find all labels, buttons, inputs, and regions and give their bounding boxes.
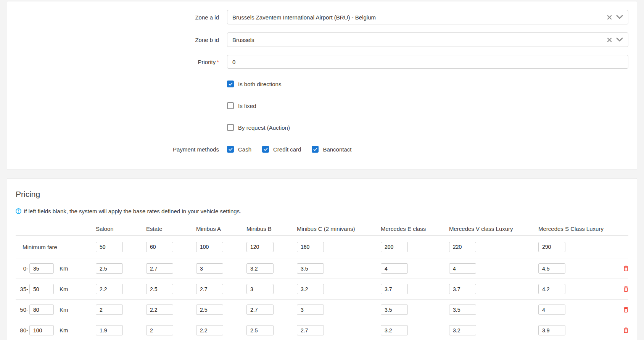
rate-input[interactable] [146, 284, 173, 294]
rate-input[interactable] [381, 263, 408, 274]
rate-input[interactable] [246, 284, 274, 294]
pricing-info-line: ! If left fields blank, the system will … [16, 208, 628, 215]
delete-row-button[interactable] [622, 306, 630, 313]
rate-input[interactable] [449, 263, 476, 274]
rate-input[interactable] [449, 325, 476, 335]
minimum-fare-label: Minimum fare [16, 244, 96, 250]
rate-input[interactable] [196, 242, 223, 252]
delete-icon [622, 265, 630, 272]
chevron-down-icon[interactable] [616, 37, 623, 42]
rate-input[interactable] [146, 325, 173, 335]
clear-icon[interactable] [607, 15, 612, 20]
range-to-input[interactable] [29, 305, 54, 315]
delete-row-button[interactable] [622, 327, 630, 334]
rate-input[interactable] [538, 284, 565, 294]
rate-input[interactable] [246, 305, 274, 315]
payment-option-label: Bancontact [323, 146, 351, 153]
rate-input[interactable] [96, 305, 123, 315]
pricing-info-text: If left fields blank, the system will ap… [24, 208, 241, 215]
range-unit-label: Km [60, 286, 68, 292]
rate-input[interactable] [538, 242, 565, 252]
checkmark-icon [313, 147, 318, 152]
rate-input[interactable] [538, 305, 565, 315]
rate-input[interactable] [449, 242, 476, 252]
delete-row-button[interactable] [622, 285, 630, 293]
rate-input[interactable] [96, 263, 123, 274]
rate-input[interactable] [538, 263, 565, 274]
distance-range-cell: 0-Km [16, 263, 96, 274]
zone-b-selected-value: Brussels [232, 37, 254, 43]
rate-input[interactable] [297, 325, 324, 335]
payment-methods-label: Payment methods [7, 146, 219, 153]
rate-input[interactable] [96, 284, 123, 294]
delete-icon [622, 306, 630, 313]
column-header: Mercedes E class [381, 226, 449, 232]
distance-range-cell: 80-Km [16, 325, 96, 335]
info-icon: ! [16, 208, 21, 214]
priority-label: Priority* [7, 59, 219, 65]
rate-input[interactable] [381, 284, 408, 294]
is-fixed-checkbox[interactable] [227, 102, 234, 109]
is-both-directions-checkbox[interactable] [227, 81, 234, 87]
range-from-label: 80- [16, 327, 28, 334]
rate-input[interactable] [297, 284, 324, 294]
payment-option-checkbox[interactable] [227, 146, 234, 153]
range-to-input[interactable] [29, 263, 54, 274]
payment-option-label: Cash [238, 146, 251, 153]
clear-icon[interactable] [607, 37, 612, 43]
rate-input[interactable] [246, 242, 274, 252]
column-header: Minibus C (2 minivans) [297, 226, 381, 232]
delete-icon [622, 285, 630, 293]
range-unit-label: Km [60, 265, 68, 272]
distance-rate-row: 0-Km [16, 258, 628, 279]
zone-a-select[interactable]: Brussels Zaventem International Airport … [227, 10, 628, 24]
checkbox-row-by-request: By request (Auction) [7, 124, 628, 131]
delete-row-button[interactable] [622, 265, 630, 272]
distance-rate-row: 80-Km [16, 320, 628, 340]
rate-input[interactable] [96, 242, 123, 252]
rate-input[interactable] [297, 305, 324, 315]
chevron-down-icon[interactable] [616, 15, 623, 19]
range-from-label: 35- [16, 286, 28, 292]
rate-input[interactable] [196, 284, 223, 294]
payment-methods-options: CashCredit cardBancontact [227, 146, 362, 153]
zone-b-label: Zone b id [7, 37, 219, 43]
pricing-card: Pricing ! If left fields blank, the syst… [7, 178, 637, 340]
payment-option: Credit card [262, 146, 301, 153]
checkbox-row-is-both-directions: Is both directions [7, 81, 628, 87]
rate-input[interactable] [538, 325, 565, 335]
rate-input[interactable] [246, 325, 274, 335]
rate-input[interactable] [96, 325, 123, 335]
column-header: Minibus A [196, 226, 246, 232]
rate-input[interactable] [297, 263, 324, 274]
rate-input[interactable] [146, 263, 173, 274]
zone-b-select[interactable]: Brussels [227, 32, 628, 47]
rate-input[interactable] [146, 305, 173, 315]
rate-input[interactable] [449, 305, 476, 315]
column-header: Saloon [96, 226, 146, 232]
by-request-checkbox[interactable] [227, 124, 234, 131]
zone-a-label: Zone a id [7, 14, 219, 21]
rate-input[interactable] [246, 263, 274, 274]
rate-input[interactable] [381, 325, 408, 335]
payment-option-checkbox[interactable] [262, 146, 269, 153]
required-asterisk: * [217, 59, 219, 65]
rate-input[interactable] [297, 242, 324, 252]
payment-option-checkbox[interactable] [312, 146, 319, 153]
payment-option-label: Credit card [273, 146, 301, 153]
zone-b-row: Zone b id Brussels [7, 32, 628, 47]
rate-input[interactable] [146, 242, 173, 252]
rate-input[interactable] [196, 263, 223, 274]
range-to-input[interactable] [29, 325, 54, 335]
priority-input[interactable] [227, 55, 628, 69]
minimum-fare-row: Minimum fare [16, 236, 628, 258]
rate-input[interactable] [196, 325, 223, 335]
rate-input[interactable] [381, 305, 408, 315]
rate-input[interactable] [196, 305, 223, 315]
rate-input[interactable] [449, 284, 476, 294]
range-unit-label: Km [60, 306, 68, 313]
rate-input[interactable] [381, 242, 408, 252]
range-unit-label: Km [60, 327, 68, 334]
zone-a-selected-value: Brussels Zaventem International Airport … [232, 14, 376, 21]
range-to-input[interactable] [29, 284, 54, 294]
